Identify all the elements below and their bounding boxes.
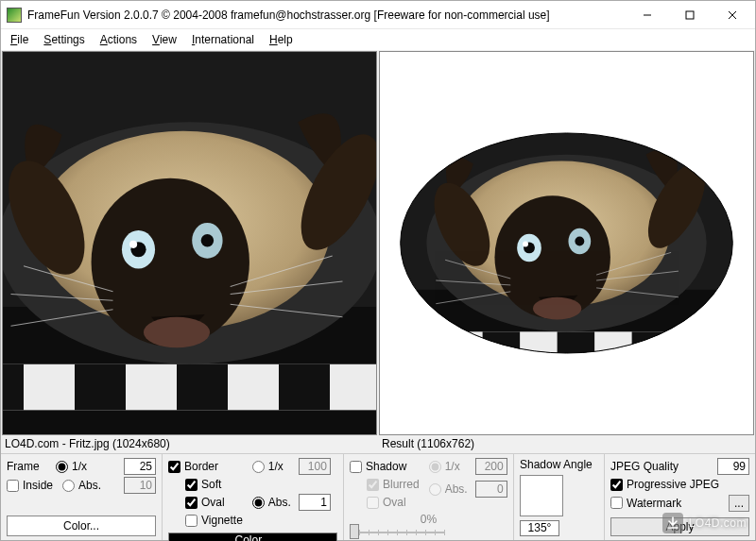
svg-rect-7 — [3, 364, 24, 411]
watermark-label: Watermark — [627, 497, 681, 510]
inside-label: Inside — [23, 479, 59, 492]
content-area — [1, 50, 755, 436]
frame-label: Frame — [7, 460, 52, 473]
border-abs-label: Abs. — [268, 496, 291, 509]
watermark-browse-button[interactable]: ... — [729, 495, 749, 512]
titlebar: FrameFun Version 2.0.0.7 © 2004-2008 fra… — [1, 1, 755, 29]
menu-help[interactable]: Help — [264, 31, 299, 48]
controls-panel: Frame 1/x Inside Abs. Color... Border — [1, 453, 755, 540]
svg-point-19 — [201, 234, 215, 246]
blurred-checkbox — [367, 479, 379, 491]
status-left: LO4D.com - Fritz.jpg (1024x680) — [1, 436, 378, 453]
menu-actions[interactable]: Actions — [94, 31, 143, 48]
svg-point-17 — [129, 241, 137, 248]
shadow-oval-checkbox — [367, 497, 379, 509]
result-pane[interactable] — [379, 51, 754, 435]
svg-rect-10 — [279, 364, 330, 411]
status-row: LO4D.com - Fritz.jpg (1024x680) Result (… — [1, 436, 755, 453]
shadow-checkbox[interactable] — [350, 461, 362, 473]
apply-button[interactable]: Apply — [610, 517, 749, 536]
soft-label: Soft — [201, 478, 221, 491]
frame-1x-radio[interactable] — [56, 461, 68, 473]
jpeg-group: JPEG Quality Progressive JPEG Watermark … — [604, 454, 755, 540]
border-1x-label: 1/x — [268, 460, 284, 473]
progressive-checkbox[interactable] — [610, 479, 623, 491]
shadow-percent: 0% — [350, 513, 507, 526]
soft-checkbox[interactable] — [185, 479, 198, 491]
oval-checkbox[interactable] — [185, 497, 198, 509]
shadow-angle-group: Shadow Angle — [513, 454, 604, 540]
border-color-button[interactable]: Color... — [168, 533, 337, 541]
svg-point-44 — [523, 242, 528, 247]
result-image — [380, 52, 753, 434]
blurred-label: Blurred — [383, 478, 420, 491]
app-icon — [7, 8, 22, 23]
border-label: Border — [184, 460, 218, 473]
frame-abs-label: Abs. — [78, 479, 101, 492]
window-title: FrameFun Version 2.0.0.7 © 2004-2008 fra… — [27, 8, 626, 22]
border-abs-radio[interactable] — [252, 497, 265, 509]
menu-view[interactable]: View — [146, 31, 182, 48]
frame-color-button[interactable]: Color... — [7, 516, 156, 536]
watermark-checkbox[interactable] — [610, 497, 623, 509]
frame-abs-radio[interactable] — [62, 480, 75, 492]
menu-international[interactable]: International — [186, 31, 260, 48]
shadow-oval-label: Oval — [383, 496, 406, 509]
menubar: File Settings Actions View International… — [1, 29, 755, 50]
frame-1x-label: 1/x — [72, 460, 87, 473]
jpeg-quality-label: JPEG Quality — [610, 460, 679, 473]
minimize-button[interactable] — [626, 2, 668, 28]
shadow-label: Shadow — [366, 460, 406, 473]
maximize-button[interactable] — [668, 2, 711, 28]
frame-abs-input[interactable] — [124, 477, 156, 494]
shadow-1x-input — [475, 458, 507, 475]
status-right: Result (1106x762) — [378, 436, 755, 453]
frame-group: Frame 1/x Inside Abs. Color... — [1, 454, 162, 540]
border-checkbox[interactable] — [168, 461, 180, 473]
svg-point-47 — [533, 297, 581, 320]
shadow-abs-label: Abs. — [445, 482, 468, 496]
svg-rect-1 — [686, 11, 694, 19]
source-image — [3, 52, 376, 434]
svg-point-20 — [144, 317, 210, 347]
shadow-abs-input — [475, 481, 507, 498]
source-pane[interactable] — [2, 51, 377, 435]
shadow-abs-radio — [429, 483, 441, 496]
svg-point-46 — [575, 237, 584, 246]
shadow-angle-swatch[interactable] — [520, 475, 563, 516]
shadow-slider[interactable] — [350, 528, 444, 536]
vignette-checkbox[interactable] — [185, 515, 198, 527]
menu-settings[interactable]: Settings — [38, 31, 90, 48]
jpeg-quality-input[interactable] — [717, 458, 749, 475]
shadow-angle-input[interactable] — [520, 520, 559, 536]
inside-checkbox[interactable] — [7, 480, 19, 492]
vignette-label: Vignette — [201, 514, 243, 527]
shadow-1x-label: 1/x — [445, 460, 460, 473]
frame-1x-input[interactable] — [124, 458, 156, 475]
border-group: Border Soft Oval Vignette 1/x Abs. Color… — [162, 454, 343, 540]
progressive-label: Progressive JPEG — [627, 478, 719, 491]
svg-rect-9 — [177, 364, 228, 411]
shadow-group: Shadow Blurred Oval 1/x Abs. 0% — [343, 454, 513, 540]
border-1x-radio[interactable] — [252, 461, 265, 473]
menu-file[interactable]: File — [5, 31, 34, 48]
svg-rect-8 — [75, 364, 126, 411]
border-abs-input[interactable] — [299, 494, 331, 511]
close-button[interactable] — [711, 2, 753, 28]
shadow-1x-radio — [429, 461, 441, 473]
shadow-angle-label: Shadow Angle — [520, 458, 598, 471]
oval-label: Oval — [201, 496, 225, 509]
border-1x-input[interactable] — [299, 458, 331, 475]
